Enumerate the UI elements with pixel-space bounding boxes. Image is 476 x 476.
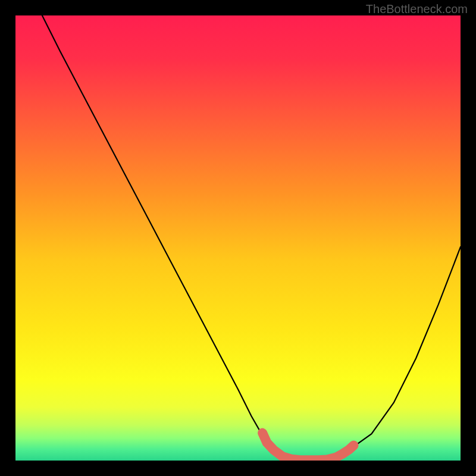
gradient-background [15,15,461,461]
chart-frame [15,15,461,461]
watermark-text: TheBottleneck.com [366,2,468,16]
bottleneck-chart [15,15,461,461]
